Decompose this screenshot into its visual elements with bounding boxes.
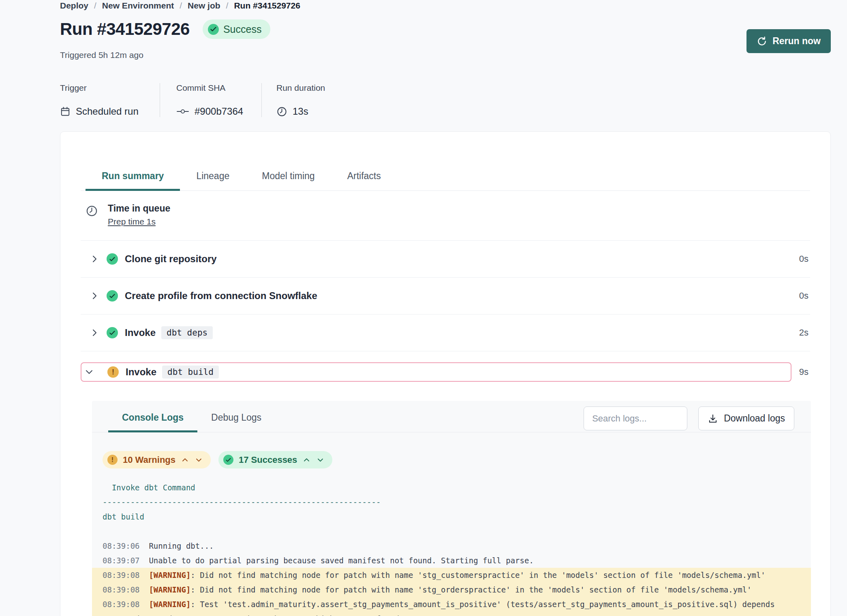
chevron-right-icon[interactable]: [81, 328, 97, 337]
step-name: Invoke: [126, 366, 156, 378]
tab-artifacts[interactable]: Artifacts: [331, 171, 397, 191]
run-meta: Trigger Scheduled run Commit SHA #900b73…: [60, 83, 325, 117]
time-in-queue-title: Time in queue: [108, 203, 170, 214]
log-line-warning: 08:39:08 [WARNING]: Did not find matchin…: [92, 568, 811, 582]
console-log-output: Invoke dbt Command ---------------------…: [92, 468, 811, 616]
warning-icon: !: [107, 366, 119, 378]
log-line: 08:39:06 Running dbt...: [92, 539, 811, 553]
calendar-icon: [60, 106, 71, 117]
warning-icon: !: [107, 455, 118, 465]
chevron-up-icon[interactable]: [181, 458, 189, 462]
step-duration: 2s: [799, 327, 810, 338]
chevron-right-icon[interactable]: [81, 255, 97, 263]
tab-lineage[interactable]: Lineage: [180, 171, 246, 191]
success-check-icon: [208, 24, 219, 35]
breadcrumb-job[interactable]: New job: [188, 1, 220, 11]
search-logs-input[interactable]: [584, 406, 687, 430]
log-command: dbt build: [92, 509, 811, 524]
run-detail-page: Deploy / New Environment / New job / Run…: [0, 0, 847, 616]
warnings-count: 10 Warnings: [123, 455, 175, 465]
download-logs-label: Download logs: [724, 413, 785, 424]
meta-duration: Run duration 13s: [262, 83, 325, 117]
run-summary-card: Run summary Lineage Model timing Artifac…: [60, 131, 831, 616]
breadcrumb-separator: /: [94, 1, 96, 11]
download-logs-button[interactable]: Download logs: [698, 406, 794, 430]
log-panel: Console Logs Debug Logs Download logs !: [92, 401, 811, 616]
log-header: Console Logs Debug Logs Download logs: [92, 401, 811, 432]
chevron-up-icon[interactable]: [302, 458, 311, 462]
log-line-warning-continuation: on a node named 'stg_payments' in packag…: [92, 612, 811, 616]
step-duration: 0s: [799, 254, 810, 264]
tab-run-summary[interactable]: Run summary: [86, 171, 180, 191]
time-in-queue-section: Time in queue Prep time 1s: [81, 191, 810, 241]
step-row-dbt-deps[interactable]: Invoke dbt deps 2s: [81, 314, 810, 351]
warnings-badge: ! 10 Warnings: [103, 451, 211, 468]
rerun-now-button[interactable]: Rerun now: [746, 29, 831, 53]
status-badge: Success: [203, 19, 270, 39]
refresh-icon: [757, 36, 767, 47]
clock-icon: [86, 205, 98, 227]
step-row-create-profile[interactable]: Create profile from connection Snowflake…: [81, 278, 810, 314]
command-chip: dbt build: [162, 366, 219, 379]
chevron-down-icon[interactable]: [81, 370, 98, 374]
triggered-text: Triggered 5h 12m ago: [60, 50, 143, 60]
chevron-down-icon[interactable]: [316, 458, 325, 462]
success-check-icon: [223, 455, 233, 465]
log-command-header: Invoke dbt Command: [92, 480, 811, 495]
breadcrumb-environment[interactable]: New Environment: [102, 1, 174, 11]
log-line-warning: 08:39:08 [WARNING]: Test 'test.admin_mat…: [92, 597, 811, 612]
success-check-icon: [107, 253, 118, 265]
step-name: Create profile from connection Snowflake: [125, 290, 317, 302]
rerun-now-label: Rerun now: [772, 36, 821, 47]
page-title: Run #341529726: [60, 19, 190, 39]
successes-badge: 17 Successes: [218, 451, 332, 468]
tab-model-timing[interactable]: Model timing: [246, 171, 331, 191]
log-line: 08:39:07 Unable to do partial parsing be…: [92, 553, 811, 568]
log-line-warning: 08:39:08 [WARNING]: Did not find matchin…: [92, 582, 811, 597]
log-controls: Download logs: [584, 406, 794, 430]
breadcrumb-separator: /: [226, 1, 229, 11]
run-tabs: Run summary Lineage Model timing Artifac…: [81, 171, 810, 191]
successes-count: 17 Successes: [239, 455, 297, 465]
step-duration: 0s: [799, 291, 810, 301]
log-blank-line: [92, 524, 811, 539]
meta-commit: Commit SHA #900b7364: [160, 83, 262, 117]
tab-console-logs[interactable]: Console Logs: [108, 412, 197, 432]
breadcrumb-separator: /: [180, 1, 182, 11]
log-divider: ----------------------------------------…: [92, 495, 811, 509]
meta-commit-value: #900b7364: [195, 106, 243, 117]
step-row-dbt-build-wrapper: ! Invoke dbt build 9s: [81, 351, 810, 393]
breadcrumb-current-run: Run #341529726: [234, 1, 300, 11]
step-row-clone-git[interactable]: Clone git repository 0s: [81, 241, 810, 278]
meta-trigger-value: Scheduled run: [76, 106, 139, 117]
meta-duration-value: 13s: [293, 106, 308, 117]
tab-debug-logs[interactable]: Debug Logs: [197, 412, 275, 432]
log-badges: ! 10 Warnings 17 Successes: [103, 451, 811, 468]
success-check-icon: [107, 327, 118, 338]
log-tabs: Console Logs Debug Logs: [108, 412, 275, 432]
meta-duration-label: Run duration: [276, 83, 325, 93]
commit-icon: [176, 108, 189, 115]
status-label: Success: [223, 24, 261, 35]
breadcrumb: Deploy / New Environment / New job / Run…: [60, 1, 300, 11]
meta-commit-label: Commit SHA: [176, 83, 261, 93]
clock-icon: [276, 106, 287, 117]
meta-trigger-label: Trigger: [60, 83, 160, 93]
title-row: Run #341529726 Success: [60, 19, 270, 39]
step-row-dbt-build[interactable]: ! Invoke dbt build: [81, 362, 791, 382]
chevron-down-icon[interactable]: [195, 458, 203, 462]
step-duration: 9s: [791, 367, 810, 377]
breadcrumb-deploy[interactable]: Deploy: [60, 1, 88, 11]
chevron-right-icon[interactable]: [81, 291, 97, 300]
step-name: Invoke: [125, 327, 156, 338]
download-icon: [708, 413, 718, 424]
success-check-icon: [107, 290, 118, 302]
log-warning-block: 08:39:08 [WARNING]: Did not find matchin…: [92, 568, 811, 616]
step-name: Clone git repository: [125, 253, 217, 265]
command-chip: dbt deps: [161, 326, 213, 339]
meta-trigger: Trigger Scheduled run: [60, 83, 160, 117]
prep-time-link[interactable]: Prep time 1s: [108, 217, 156, 227]
